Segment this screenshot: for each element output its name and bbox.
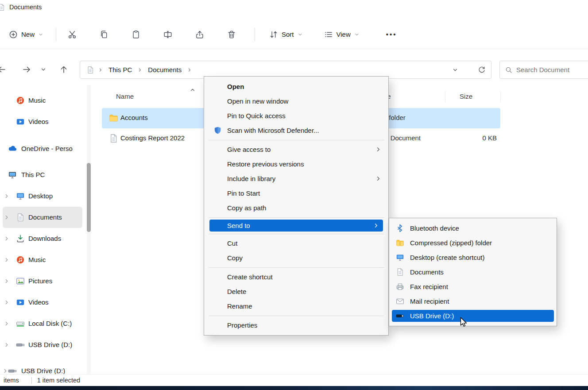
sidebar-item-label: This PC xyxy=(21,171,45,178)
address-dropdown-chevron-icon[interactable] xyxy=(452,67,458,73)
this-pc-icon xyxy=(8,170,17,179)
usb-drive-icon xyxy=(16,340,25,349)
sidebar-item-videos[interactable]: Videos xyxy=(3,111,82,132)
chevron-right-icon[interactable] xyxy=(4,257,10,263)
menu-item-include-in-library[interactable]: Include in library xyxy=(204,171,388,186)
sort-button[interactable]: Sort xyxy=(265,27,307,42)
submenu-item-usb-drive-d[interactable]: USB Drive (D:) xyxy=(392,310,554,322)
chevron-down-icon xyxy=(298,32,303,37)
sidebar-item-this-pc[interactable]: This PC xyxy=(3,164,82,185)
menu-item-open-in-new-window[interactable]: Open in new window xyxy=(204,94,388,108)
cut-button[interactable] xyxy=(62,26,82,43)
menu-item-rename[interactable]: Rename xyxy=(204,299,388,313)
chevron-right-icon xyxy=(98,67,103,73)
defender-shield-icon xyxy=(213,126,222,135)
chevron-right-icon[interactable] xyxy=(4,278,10,284)
sidebar-item-label: USB Drive (D:) xyxy=(28,341,72,348)
chevron-right-icon[interactable] xyxy=(4,342,10,348)
menu-item-pin-to-start[interactable]: Pin to Start xyxy=(204,186,388,201)
breadcrumb-this-pc[interactable]: This PC xyxy=(107,65,134,74)
view-button[interactable]: View xyxy=(320,27,364,42)
share-icon xyxy=(195,30,204,39)
submenu-item-mail-recipient[interactable]: Mail recipient xyxy=(389,294,557,309)
submenu-item-fax-recipient[interactable]: Fax recipient xyxy=(389,279,557,294)
column-header-size[interactable]: Size xyxy=(460,93,472,100)
sort-button-label: Sort xyxy=(282,31,294,38)
sidebar-scrollbar-thumb[interactable] xyxy=(87,163,91,232)
menu-item-label: Delete xyxy=(227,288,246,295)
sort-ascending-icon xyxy=(190,87,196,93)
sidebar-item-videos-2[interactable]: Videos xyxy=(3,292,82,313)
menu-item-properties[interactable]: Properties xyxy=(204,318,388,332)
menu-item-label: Include in library xyxy=(227,175,275,182)
sidebar-item-onedrive[interactable]: OneDrive - Perso xyxy=(3,138,82,159)
menu-separator xyxy=(209,234,384,234)
menu-item-pin-to-quick-access[interactable]: Pin to Quick access xyxy=(204,108,388,123)
menu-item-open[interactable]: Open xyxy=(204,79,388,94)
menu-item-copy[interactable]: Copy xyxy=(204,251,388,265)
sidebar-item-pictures[interactable]: Pictures xyxy=(3,270,82,292)
recent-locations-button[interactable] xyxy=(38,62,49,77)
sidebar-item-usb-drive-d[interactable]: USB Drive (D:) xyxy=(3,334,82,355)
command-toolbar: New Sort View ••• xyxy=(0,20,588,49)
more-options-button[interactable]: ••• xyxy=(382,27,402,42)
column-divider[interactable] xyxy=(500,91,501,102)
menu-item-give-access-to[interactable]: Give access to xyxy=(204,142,388,157)
sidebar-item-local-disk-c[interactable]: Local Disk (C:) xyxy=(3,313,82,334)
documents-icon xyxy=(396,268,404,276)
chevron-right-icon[interactable] xyxy=(4,236,10,242)
forward-button[interactable] xyxy=(19,62,35,77)
music-icon xyxy=(16,255,25,264)
column-header-name[interactable]: Name xyxy=(116,93,134,100)
sidebar-item-desktop[interactable]: Desktop xyxy=(3,185,82,207)
submenu-item-desktop-create-shortcut[interactable]: Desktop (create shortcut) xyxy=(389,250,557,265)
up-button[interactable] xyxy=(56,62,72,77)
sidebar-item-label: Documents xyxy=(28,213,62,221)
back-button[interactable] xyxy=(0,62,10,77)
sidebar-item-music[interactable]: Music xyxy=(3,90,82,111)
chevron-right-icon[interactable] xyxy=(4,214,10,220)
submenu-item-bluetooth-device[interactable]: Bluetooth device xyxy=(389,221,557,236)
chevron-right-icon[interactable] xyxy=(4,193,10,199)
submenu-item-label: Mail recipient xyxy=(410,297,449,305)
sidebar-item-label: Desktop xyxy=(28,192,53,200)
music-icon xyxy=(16,96,25,105)
sidebar-item-music-2[interactable]: Music xyxy=(3,249,82,270)
search-input[interactable] xyxy=(516,66,587,73)
new-button[interactable]: New xyxy=(4,27,48,42)
delete-button[interactable] xyxy=(222,26,241,43)
local-disk-icon xyxy=(16,319,25,328)
share-button[interactable] xyxy=(190,26,209,43)
chevron-right-icon[interactable] xyxy=(4,299,10,305)
usb-drive-icon xyxy=(396,312,404,320)
chevron-right-icon[interactable] xyxy=(4,320,10,327)
view-icon xyxy=(324,30,333,39)
menu-item-label: Scan with Microsoft Defender... xyxy=(227,127,319,134)
cut-icon xyxy=(68,30,77,39)
refresh-icon[interactable] xyxy=(478,66,486,74)
menu-item-cut[interactable]: Cut xyxy=(204,236,388,251)
chevron-down-icon xyxy=(354,32,360,37)
menu-item-send-to[interactable]: Send to xyxy=(209,220,383,232)
submenu-item-compressed-zipped-folder[interactable]: Compressed (zipped) folder xyxy=(389,236,557,250)
rename-button[interactable] xyxy=(158,26,178,43)
more-options-label: ••• xyxy=(386,31,397,38)
chevron-right-icon[interactable] xyxy=(2,368,8,374)
sidebar-item-label: Videos xyxy=(28,298,49,306)
item-count: items xyxy=(4,377,19,384)
sidebar-item-downloads[interactable]: Downloads xyxy=(3,228,82,249)
column-divider[interactable] xyxy=(445,91,445,102)
paste-button[interactable] xyxy=(126,26,146,43)
sidebar-item-documents[interactable]: Documents xyxy=(3,207,82,228)
menu-separator xyxy=(209,217,384,218)
menu-item-restore-previous-versions[interactable]: Restore previous versions xyxy=(204,157,388,171)
toolbar-divider xyxy=(255,28,255,41)
menu-item-scan-with-microsoft-defender[interactable]: Scan with Microsoft Defender... xyxy=(204,123,388,138)
menu-item-delete[interactable]: Delete xyxy=(204,284,388,299)
submenu-item-documents[interactable]: Documents xyxy=(389,265,557,279)
menu-item-copy-as-path[interactable]: Copy as path xyxy=(204,201,388,215)
breadcrumb-documents[interactable]: Documents xyxy=(146,65,183,74)
menu-item-create-shortcut[interactable]: Create shortcut xyxy=(204,270,388,284)
search-box[interactable] xyxy=(499,61,588,79)
copy-button[interactable] xyxy=(94,26,114,43)
